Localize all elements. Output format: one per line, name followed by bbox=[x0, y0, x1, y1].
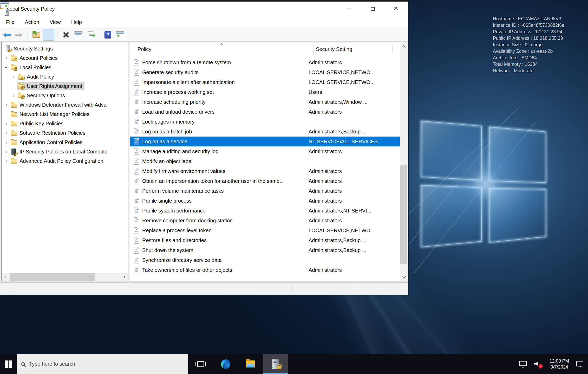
policy-row[interactable]: Load and unload device drivers Administr… bbox=[130, 107, 400, 117]
policy-name: Profile system performance bbox=[142, 208, 309, 214]
policy-row[interactable]: Profile system performance Administrator… bbox=[130, 206, 400, 216]
tree-item[interactable]: Application Control Policies bbox=[2, 138, 128, 147]
tree-expander-icon[interactable] bbox=[4, 102, 9, 108]
tree-expander-icon[interactable] bbox=[4, 130, 9, 136]
policy-row[interactable]: Increase scheduling priority Administrat… bbox=[130, 97, 400, 107]
taskbar-clock[interactable]: 12:09 PM 3/7/2024 bbox=[550, 358, 569, 370]
up-one-level-button[interactable] bbox=[31, 29, 42, 41]
tree-expander-icon[interactable] bbox=[4, 55, 9, 61]
tree-item[interactable]: User Rights Assignment bbox=[2, 81, 128, 91]
tree-item[interactable]: Network List Manager Policies bbox=[2, 109, 128, 119]
volume-muted-icon[interactable]: × bbox=[534, 361, 542, 367]
policy-row[interactable]: Profile single process Administrators bbox=[130, 196, 400, 206]
column-header-security-setting[interactable]: Security Setting bbox=[316, 46, 352, 52]
back-button[interactable] bbox=[1, 29, 12, 41]
tree-horizontal-scrollbar[interactable]: ‹ › bbox=[2, 273, 128, 281]
menu-view[interactable]: View bbox=[50, 19, 61, 25]
title-bar[interactable]: Local Security Policy × bbox=[0, 2, 408, 16]
vertical-scroll-thumb[interactable] bbox=[400, 165, 407, 264]
policy-row[interactable]: Log on as a batch job Administrators,Bac… bbox=[130, 127, 400, 137]
policy-name: Take ownership of files or other objects bbox=[142, 267, 309, 273]
menu-file[interactable]: File bbox=[6, 19, 14, 25]
tree-expander-icon[interactable] bbox=[4, 65, 9, 70]
policy-security-setting: Administrators bbox=[309, 149, 400, 154]
forward-button[interactable] bbox=[13, 29, 25, 41]
tree-item[interactable]: Local Policies bbox=[2, 63, 128, 72]
policy-doc-icon bbox=[134, 148, 139, 155]
maximize-icon bbox=[371, 7, 375, 11]
tree-item[interactable]: IP Security Policies on Local Compute bbox=[2, 147, 128, 156]
scroll-up-arrow-icon[interactable] bbox=[400, 43, 407, 50]
tree-expander-icon[interactable] bbox=[11, 93, 17, 98]
status-bar-separator bbox=[10, 285, 10, 293]
system-tray: × 12:09 PM 3/7/2024 bbox=[519, 354, 588, 374]
console-tree-toggle-button[interactable] bbox=[43, 29, 54, 41]
secpol-taskbar-button[interactable] bbox=[263, 354, 288, 374]
policy-row[interactable]: Replace a process level token LOCAL SERV… bbox=[130, 225, 400, 235]
policy-security-setting: Users bbox=[309, 89, 400, 95]
column-divider[interactable] bbox=[313, 44, 314, 54]
tree-expander-icon[interactable] bbox=[4, 139, 9, 145]
tree-item[interactable]: Software Restriction Policies bbox=[2, 128, 128, 138]
tree-expander-icon[interactable] bbox=[4, 158, 9, 164]
policy-row[interactable]: Synchronize directory service data bbox=[130, 255, 400, 265]
policy-row[interactable]: Obtain an impersonation token for anothe… bbox=[130, 176, 400, 186]
policy-row[interactable]: Generate security audits LOCAL SERVICE,N… bbox=[130, 67, 400, 77]
horizontal-scroll-thumb[interactable] bbox=[10, 273, 95, 281]
policy-row[interactable]: Force shutdown from a remote system Admi… bbox=[130, 57, 400, 67]
delete-button[interactable] bbox=[60, 29, 72, 41]
help-button[interactable]: ? bbox=[102, 29, 114, 41]
tree-item-label: IP Security Policies on Local Compute bbox=[19, 149, 108, 155]
properties-button[interactable] bbox=[73, 29, 84, 41]
policy-row[interactable]: Log on as a service NT SERVICE\ALL SERVI… bbox=[130, 137, 400, 146]
tree-expander-icon[interactable] bbox=[4, 111, 9, 117]
tree-item[interactable]: Windows Defender Firewall with Adva bbox=[2, 100, 128, 109]
task-view-button[interactable] bbox=[188, 354, 213, 374]
tree-item[interactable]: Audit Policy bbox=[2, 72, 128, 81]
policy-row[interactable]: Modify firmware environment values Admin… bbox=[130, 166, 400, 176]
tree-expander-icon[interactable] bbox=[4, 149, 9, 154]
policy-doc-icon bbox=[134, 59, 139, 66]
policy-doc-icon bbox=[134, 247, 139, 254]
action-pane-toggle-button[interactable] bbox=[114, 29, 126, 41]
policy-row[interactable]: Take ownership of files or other objects… bbox=[130, 265, 400, 275]
column-header-policy[interactable]: Policy bbox=[138, 46, 151, 52]
column-divider[interactable] bbox=[392, 44, 393, 54]
start-button[interactable] bbox=[0, 354, 17, 374]
tree-expander-icon[interactable] bbox=[11, 83, 17, 89]
tree-item[interactable]: Public Key Policies bbox=[2, 119, 128, 128]
tree-item[interactable]: Advanced Audit Policy Configuration bbox=[2, 156, 128, 166]
close-button[interactable]: × bbox=[384, 2, 408, 16]
policy-row[interactable]: Lock pages in memory bbox=[130, 117, 400, 127]
policy-row[interactable]: Restore files and directories Administra… bbox=[130, 235, 400, 245]
policy-name: Synchronize directory service data bbox=[142, 257, 309, 263]
tree-expander-icon[interactable] bbox=[11, 74, 17, 80]
file-explorer-button[interactable] bbox=[238, 354, 263, 374]
edge-browser-button[interactable] bbox=[213, 354, 238, 374]
tree-item[interactable]: Security Options bbox=[2, 91, 128, 100]
export-list-button[interactable] bbox=[85, 29, 96, 41]
tree-expander-icon[interactable] bbox=[4, 121, 9, 126]
maximize-button[interactable] bbox=[361, 2, 384, 16]
policy-row[interactable]: Increase a process working set Users bbox=[130, 87, 400, 97]
action-center-icon[interactable] bbox=[576, 361, 583, 366]
tree-item[interactable]: Security Settings bbox=[2, 44, 128, 53]
menu-action[interactable]: Action bbox=[25, 19, 39, 25]
tree-item[interactable]: Account Policies bbox=[2, 53, 128, 63]
policy-row[interactable]: Manage auditing and security log Adminis… bbox=[130, 146, 400, 156]
menu-help[interactable]: Help bbox=[71, 19, 82, 25]
scroll-right-arrow-icon[interactable]: › bbox=[121, 273, 128, 281]
policy-row[interactable]: Remove computer from docking station Adm… bbox=[130, 216, 400, 225]
policy-row[interactable]: Perform volume maintenance tasks Adminis… bbox=[130, 186, 400, 196]
scroll-down-arrow-icon[interactable] bbox=[400, 273, 407, 281]
taskbar-search-input[interactable]: Type here to search bbox=[17, 354, 188, 374]
network-icon[interactable] bbox=[519, 361, 527, 366]
policy-row[interactable]: Impersonate a client after authenticatio… bbox=[130, 77, 400, 87]
policy-security-setting: LOCAL SERVICE,NETWO... bbox=[309, 69, 400, 75]
minimize-button[interactable] bbox=[337, 2, 361, 16]
policy-row[interactable]: Modify an object label bbox=[130, 156, 400, 166]
tree-item-icon bbox=[10, 64, 17, 70]
scroll-left-arrow-icon[interactable]: ‹ bbox=[2, 273, 9, 281]
list-vertical-scrollbar[interactable] bbox=[400, 43, 407, 281]
policy-row[interactable]: Shut down the system Administrators,Back… bbox=[130, 245, 400, 255]
